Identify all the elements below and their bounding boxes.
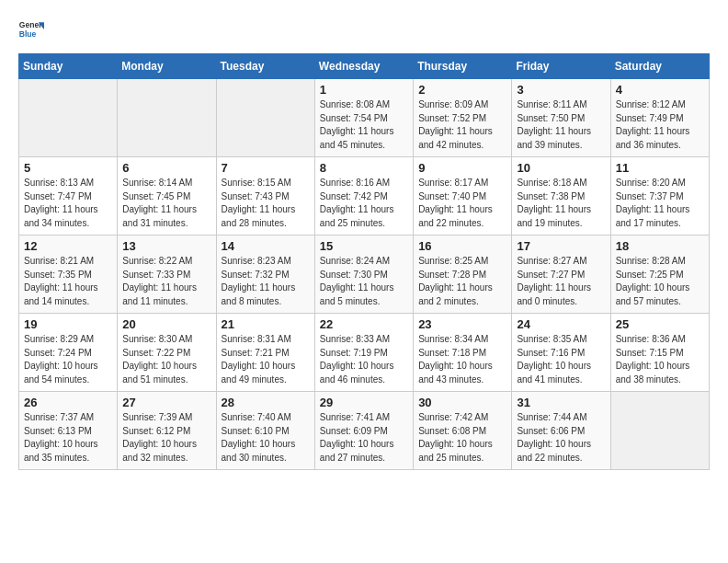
calendar-cell: 27Sunrise: 7:39 AM Sunset: 6:12 PM Dayli…	[118, 392, 216, 470]
day-info: Sunrise: 8:09 AM Sunset: 7:52 PM Dayligh…	[418, 98, 506, 152]
calendar-cell: 17Sunrise: 8:27 AM Sunset: 7:27 PM Dayli…	[512, 236, 610, 314]
day-number: 1	[320, 83, 408, 97]
calendar-cell: 22Sunrise: 8:33 AM Sunset: 7:19 PM Dayli…	[314, 314, 413, 392]
calendar-cell: 28Sunrise: 7:40 AM Sunset: 6:10 PM Dayli…	[216, 392, 314, 470]
calendar-week-2: 5Sunrise: 8:13 AM Sunset: 7:47 PM Daylig…	[19, 157, 710, 236]
day-number: 13	[122, 239, 210, 253]
day-header-tuesday: Tuesday	[216, 54, 314, 79]
day-number: 21	[222, 317, 310, 331]
day-info: Sunrise: 8:36 AM Sunset: 7:15 PM Dayligh…	[616, 333, 704, 386]
day-number: 26	[24, 396, 112, 409]
day-number: 7	[222, 161, 310, 175]
day-number: 22	[320, 317, 408, 331]
day-number: 19	[24, 317, 112, 331]
page: General Blue SundayMondayTuesdayWednesda…	[0, 0, 728, 563]
svg-text:Blue: Blue	[19, 29, 37, 39]
day-number: 23	[418, 317, 506, 331]
day-header-saturday: Saturday	[610, 54, 709, 79]
day-number: 2	[418, 83, 506, 97]
day-info: Sunrise: 8:14 AM Sunset: 7:45 PM Dayligh…	[122, 177, 210, 230]
day-number: 24	[517, 317, 605, 331]
day-number: 10	[517, 161, 605, 175]
day-info: Sunrise: 8:27 AM Sunset: 7:27 PM Dayligh…	[517, 255, 605, 308]
calendar-cell: 23Sunrise: 8:34 AM Sunset: 7:18 PM Dayli…	[414, 314, 512, 392]
day-header-wednesday: Wednesday	[314, 54, 413, 79]
calendar-cell: 15Sunrise: 8:24 AM Sunset: 7:30 PM Dayli…	[314, 236, 413, 314]
calendar-cell	[610, 392, 709, 470]
day-number: 9	[418, 161, 506, 175]
day-info: Sunrise: 7:40 AM Sunset: 6:10 PM Dayligh…	[222, 411, 310, 465]
calendar-header: SundayMondayTuesdayWednesdayThursdayFrid…	[19, 54, 710, 79]
calendar-cell: 24Sunrise: 8:35 AM Sunset: 7:16 PM Dayli…	[512, 314, 610, 392]
day-info: Sunrise: 8:12 AM Sunset: 7:49 PM Dayligh…	[616, 98, 704, 152]
day-info: Sunrise: 8:08 AM Sunset: 7:54 PM Dayligh…	[320, 98, 408, 152]
calendar-cell: 18Sunrise: 8:28 AM Sunset: 7:25 PM Dayli…	[610, 236, 709, 314]
calendar-cell: 20Sunrise: 8:30 AM Sunset: 7:22 PM Dayli…	[118, 314, 216, 392]
day-info: Sunrise: 8:22 AM Sunset: 7:33 PM Dayligh…	[122, 255, 210, 308]
calendar-cell	[118, 79, 216, 157]
day-info: Sunrise: 8:28 AM Sunset: 7:25 PM Dayligh…	[616, 255, 704, 308]
calendar-cell: 29Sunrise: 7:41 AM Sunset: 6:09 PM Dayli…	[314, 392, 413, 470]
day-number: 29	[320, 396, 408, 409]
day-number: 14	[222, 239, 310, 253]
day-info: Sunrise: 8:15 AM Sunset: 7:43 PM Dayligh…	[222, 177, 310, 230]
day-number: 27	[122, 396, 210, 409]
calendar-cell: 31Sunrise: 7:44 AM Sunset: 6:06 PM Dayli…	[512, 392, 610, 470]
calendar-cell: 19Sunrise: 8:29 AM Sunset: 7:24 PM Dayli…	[19, 314, 118, 392]
calendar-week-5: 26Sunrise: 7:37 AM Sunset: 6:13 PM Dayli…	[19, 392, 710, 470]
day-number: 31	[517, 396, 605, 409]
calendar-cell: 12Sunrise: 8:21 AM Sunset: 7:35 PM Dayli…	[19, 236, 118, 314]
day-info: Sunrise: 8:30 AM Sunset: 7:22 PM Dayligh…	[122, 333, 210, 386]
day-info: Sunrise: 7:39 AM Sunset: 6:12 PM Dayligh…	[122, 411, 210, 465]
day-info: Sunrise: 8:17 AM Sunset: 7:40 PM Dayligh…	[418, 177, 506, 230]
calendar-cell: 11Sunrise: 8:20 AM Sunset: 7:37 PM Dayli…	[610, 157, 709, 236]
day-header-monday: Monday	[118, 54, 216, 79]
day-number: 4	[616, 83, 704, 97]
calendar-cell: 1Sunrise: 8:08 AM Sunset: 7:54 PM Daylig…	[314, 79, 413, 157]
day-info: Sunrise: 7:42 AM Sunset: 6:08 PM Dayligh…	[418, 411, 506, 465]
header: General Blue	[18, 17, 710, 42]
calendar-cell	[216, 79, 314, 157]
calendar-body: 1Sunrise: 8:08 AM Sunset: 7:54 PM Daylig…	[19, 79, 710, 470]
day-number: 12	[24, 239, 112, 253]
day-info: Sunrise: 8:18 AM Sunset: 7:38 PM Dayligh…	[517, 177, 605, 230]
calendar-cell: 30Sunrise: 7:42 AM Sunset: 6:08 PM Dayli…	[414, 392, 512, 470]
calendar-cell: 26Sunrise: 7:37 AM Sunset: 6:13 PM Dayli…	[19, 392, 118, 470]
day-number: 16	[418, 239, 506, 253]
day-info: Sunrise: 8:29 AM Sunset: 7:24 PM Dayligh…	[24, 333, 112, 386]
calendar-cell: 25Sunrise: 8:36 AM Sunset: 7:15 PM Dayli…	[610, 314, 709, 392]
day-number: 5	[24, 161, 112, 175]
calendar-cell: 5Sunrise: 8:13 AM Sunset: 7:47 PM Daylig…	[19, 157, 118, 236]
day-header-thursday: Thursday	[414, 54, 512, 79]
logo-icon: General Blue	[18, 17, 44, 42]
day-info: Sunrise: 8:33 AM Sunset: 7:19 PM Dayligh…	[320, 333, 408, 386]
calendar-cell	[19, 79, 118, 157]
day-info: Sunrise: 8:16 AM Sunset: 7:42 PM Dayligh…	[320, 177, 408, 230]
day-info: Sunrise: 7:44 AM Sunset: 6:06 PM Dayligh…	[517, 411, 605, 465]
day-info: Sunrise: 8:24 AM Sunset: 7:30 PM Dayligh…	[320, 255, 408, 308]
calendar-cell: 4Sunrise: 8:12 AM Sunset: 7:49 PM Daylig…	[610, 79, 709, 157]
day-info: Sunrise: 7:37 AM Sunset: 6:13 PM Dayligh…	[24, 411, 112, 465]
days-of-week-row: SundayMondayTuesdayWednesdayThursdayFrid…	[19, 54, 710, 79]
logo: General Blue	[18, 17, 44, 42]
calendar-cell: 10Sunrise: 8:18 AM Sunset: 7:38 PM Dayli…	[512, 157, 610, 236]
day-info: Sunrise: 7:41 AM Sunset: 6:09 PM Dayligh…	[320, 411, 408, 465]
day-info: Sunrise: 8:31 AM Sunset: 7:21 PM Dayligh…	[222, 333, 310, 386]
day-number: 8	[320, 161, 408, 175]
day-number: 28	[222, 396, 310, 409]
calendar-cell: 9Sunrise: 8:17 AM Sunset: 7:40 PM Daylig…	[414, 157, 512, 236]
calendar-cell: 14Sunrise: 8:23 AM Sunset: 7:32 PM Dayli…	[216, 236, 314, 314]
day-number: 11	[616, 161, 704, 175]
day-number: 30	[418, 396, 506, 409]
calendar-week-1: 1Sunrise: 8:08 AM Sunset: 7:54 PM Daylig…	[19, 79, 710, 157]
day-info: Sunrise: 8:25 AM Sunset: 7:28 PM Dayligh…	[418, 255, 506, 308]
calendar-cell: 2Sunrise: 8:09 AM Sunset: 7:52 PM Daylig…	[414, 79, 512, 157]
calendar-week-3: 12Sunrise: 8:21 AM Sunset: 7:35 PM Dayli…	[19, 236, 710, 314]
day-number: 15	[320, 239, 408, 253]
day-info: Sunrise: 8:11 AM Sunset: 7:50 PM Dayligh…	[517, 98, 605, 152]
calendar-cell: 7Sunrise: 8:15 AM Sunset: 7:43 PM Daylig…	[216, 157, 314, 236]
calendar-table: SundayMondayTuesdayWednesdayThursdayFrid…	[18, 53, 710, 470]
day-info: Sunrise: 8:21 AM Sunset: 7:35 PM Dayligh…	[24, 255, 112, 308]
day-info: Sunrise: 8:23 AM Sunset: 7:32 PM Dayligh…	[222, 255, 310, 308]
calendar-cell: 13Sunrise: 8:22 AM Sunset: 7:33 PM Dayli…	[118, 236, 216, 314]
